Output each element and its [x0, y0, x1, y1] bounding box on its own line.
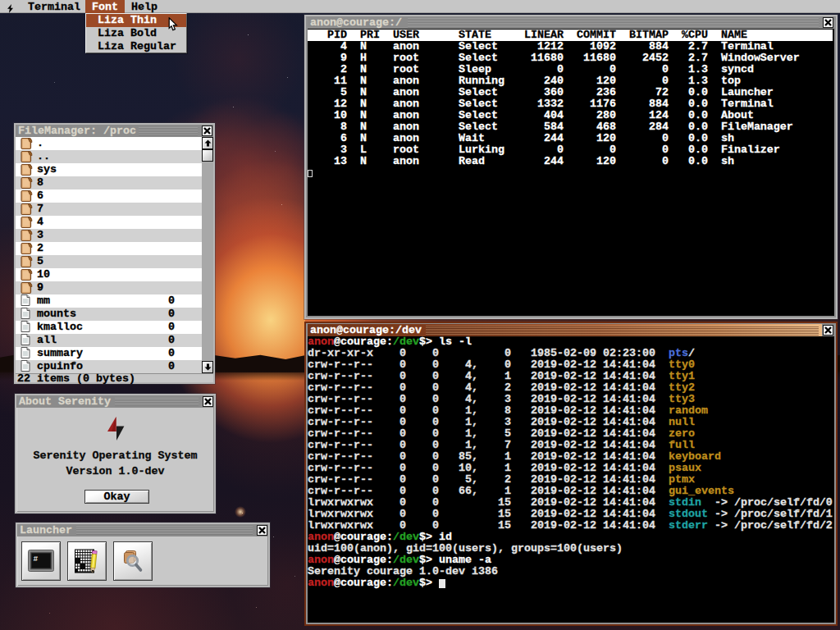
svg-text:#: # — [34, 555, 39, 564]
